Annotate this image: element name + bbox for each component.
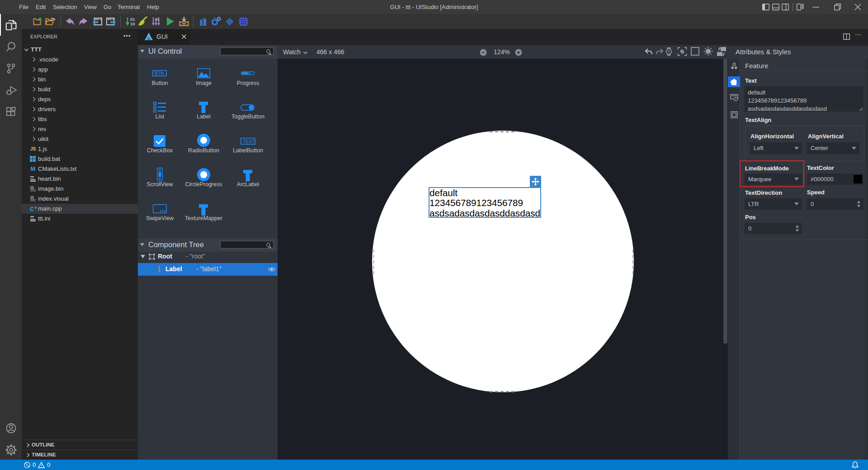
svg-text:01: 01 [155, 17, 160, 22]
svg-text:10: 10 [130, 21, 135, 26]
svg-text:TEXT: TEXT [243, 139, 255, 144]
svg-text:C: C [30, 206, 34, 212]
svg-text:BTN: BTN [155, 71, 164, 76]
